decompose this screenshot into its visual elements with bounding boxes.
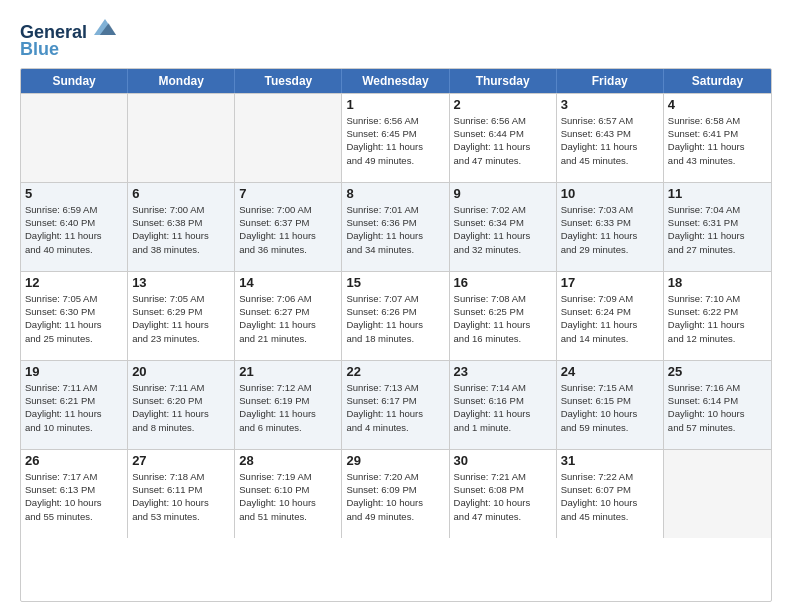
day-number: 15: [346, 275, 444, 290]
day-number: 10: [561, 186, 659, 201]
calendar-cell: 16Sunrise: 7:08 AM Sunset: 6:25 PM Dayli…: [450, 272, 557, 360]
day-info: Sunrise: 7:05 AM Sunset: 6:29 PM Dayligh…: [132, 292, 230, 345]
day-number: 24: [561, 364, 659, 379]
calendar-cell: 7Sunrise: 7:00 AM Sunset: 6:37 PM Daylig…: [235, 183, 342, 271]
weekday-header-saturday: Saturday: [664, 69, 771, 93]
day-number: 28: [239, 453, 337, 468]
day-number: 9: [454, 186, 552, 201]
day-info: Sunrise: 7:10 AM Sunset: 6:22 PM Dayligh…: [668, 292, 767, 345]
day-number: 13: [132, 275, 230, 290]
day-number: 20: [132, 364, 230, 379]
calendar-cell: 15Sunrise: 7:07 AM Sunset: 6:26 PM Dayli…: [342, 272, 449, 360]
calendar-cell: [664, 450, 771, 538]
calendar-cell: 2Sunrise: 6:56 AM Sunset: 6:44 PM Daylig…: [450, 94, 557, 182]
calendar-cell: 10Sunrise: 7:03 AM Sunset: 6:33 PM Dayli…: [557, 183, 664, 271]
calendar-cell: 21Sunrise: 7:12 AM Sunset: 6:19 PM Dayli…: [235, 361, 342, 449]
day-info: Sunrise: 7:21 AM Sunset: 6:08 PM Dayligh…: [454, 470, 552, 523]
day-info: Sunrise: 7:08 AM Sunset: 6:25 PM Dayligh…: [454, 292, 552, 345]
calendar-cell: 30Sunrise: 7:21 AM Sunset: 6:08 PM Dayli…: [450, 450, 557, 538]
day-info: Sunrise: 7:20 AM Sunset: 6:09 PM Dayligh…: [346, 470, 444, 523]
day-number: 25: [668, 364, 767, 379]
calendar-cell: 20Sunrise: 7:11 AM Sunset: 6:20 PM Dayli…: [128, 361, 235, 449]
day-info: Sunrise: 7:13 AM Sunset: 6:17 PM Dayligh…: [346, 381, 444, 434]
day-info: Sunrise: 7:11 AM Sunset: 6:20 PM Dayligh…: [132, 381, 230, 434]
calendar-cell: 8Sunrise: 7:01 AM Sunset: 6:36 PM Daylig…: [342, 183, 449, 271]
day-info: Sunrise: 7:16 AM Sunset: 6:14 PM Dayligh…: [668, 381, 767, 434]
calendar-cell: 12Sunrise: 7:05 AM Sunset: 6:30 PM Dayli…: [21, 272, 128, 360]
calendar-row-3: 12Sunrise: 7:05 AM Sunset: 6:30 PM Dayli…: [21, 271, 771, 360]
calendar-cell: 24Sunrise: 7:15 AM Sunset: 6:15 PM Dayli…: [557, 361, 664, 449]
day-info: Sunrise: 7:04 AM Sunset: 6:31 PM Dayligh…: [668, 203, 767, 256]
calendar-cell: 31Sunrise: 7:22 AM Sunset: 6:07 PM Dayli…: [557, 450, 664, 538]
calendar-cell: 22Sunrise: 7:13 AM Sunset: 6:17 PM Dayli…: [342, 361, 449, 449]
calendar-row-4: 19Sunrise: 7:11 AM Sunset: 6:21 PM Dayli…: [21, 360, 771, 449]
day-info: Sunrise: 7:00 AM Sunset: 6:37 PM Dayligh…: [239, 203, 337, 256]
day-number: 5: [25, 186, 123, 201]
day-number: 19: [25, 364, 123, 379]
logo-icon: [94, 16, 116, 38]
day-number: 16: [454, 275, 552, 290]
day-info: Sunrise: 6:56 AM Sunset: 6:45 PM Dayligh…: [346, 114, 444, 167]
day-number: 11: [668, 186, 767, 201]
day-number: 3: [561, 97, 659, 112]
calendar-cell: [128, 94, 235, 182]
calendar-cell: 19Sunrise: 7:11 AM Sunset: 6:21 PM Dayli…: [21, 361, 128, 449]
day-info: Sunrise: 6:58 AM Sunset: 6:41 PM Dayligh…: [668, 114, 767, 167]
calendar-cell: 9Sunrise: 7:02 AM Sunset: 6:34 PM Daylig…: [450, 183, 557, 271]
calendar-cell: 29Sunrise: 7:20 AM Sunset: 6:09 PM Dayli…: [342, 450, 449, 538]
calendar-cell: 26Sunrise: 7:17 AM Sunset: 6:13 PM Dayli…: [21, 450, 128, 538]
calendar-cell: [21, 94, 128, 182]
day-number: 4: [668, 97, 767, 112]
weekday-header-sunday: Sunday: [21, 69, 128, 93]
weekday-header-friday: Friday: [557, 69, 664, 93]
calendar-row-1: 1Sunrise: 6:56 AM Sunset: 6:45 PM Daylig…: [21, 93, 771, 182]
day-info: Sunrise: 7:11 AM Sunset: 6:21 PM Dayligh…: [25, 381, 123, 434]
day-info: Sunrise: 7:22 AM Sunset: 6:07 PM Dayligh…: [561, 470, 659, 523]
calendar-cell: 4Sunrise: 6:58 AM Sunset: 6:41 PM Daylig…: [664, 94, 771, 182]
day-number: 6: [132, 186, 230, 201]
day-info: Sunrise: 7:02 AM Sunset: 6:34 PM Dayligh…: [454, 203, 552, 256]
weekday-header-wednesday: Wednesday: [342, 69, 449, 93]
day-info: Sunrise: 7:19 AM Sunset: 6:10 PM Dayligh…: [239, 470, 337, 523]
calendar-cell: 25Sunrise: 7:16 AM Sunset: 6:14 PM Dayli…: [664, 361, 771, 449]
calendar-cell: 28Sunrise: 7:19 AM Sunset: 6:10 PM Dayli…: [235, 450, 342, 538]
calendar: SundayMondayTuesdayWednesdayThursdayFrid…: [20, 68, 772, 602]
calendar-cell: 6Sunrise: 7:00 AM Sunset: 6:38 PM Daylig…: [128, 183, 235, 271]
day-info: Sunrise: 6:57 AM Sunset: 6:43 PM Dayligh…: [561, 114, 659, 167]
calendar-cell: 3Sunrise: 6:57 AM Sunset: 6:43 PM Daylig…: [557, 94, 664, 182]
day-info: Sunrise: 7:15 AM Sunset: 6:15 PM Dayligh…: [561, 381, 659, 434]
day-info: Sunrise: 7:12 AM Sunset: 6:19 PM Dayligh…: [239, 381, 337, 434]
day-number: 14: [239, 275, 337, 290]
day-info: Sunrise: 7:09 AM Sunset: 6:24 PM Dayligh…: [561, 292, 659, 345]
calendar-cell: 1Sunrise: 6:56 AM Sunset: 6:45 PM Daylig…: [342, 94, 449, 182]
calendar-row-2: 5Sunrise: 6:59 AM Sunset: 6:40 PM Daylig…: [21, 182, 771, 271]
calendar-header: SundayMondayTuesdayWednesdayThursdayFrid…: [21, 69, 771, 93]
calendar-row-5: 26Sunrise: 7:17 AM Sunset: 6:13 PM Dayli…: [21, 449, 771, 538]
day-number: 30: [454, 453, 552, 468]
day-number: 18: [668, 275, 767, 290]
day-number: 2: [454, 97, 552, 112]
calendar-cell: [235, 94, 342, 182]
day-number: 17: [561, 275, 659, 290]
day-info: Sunrise: 7:18 AM Sunset: 6:11 PM Dayligh…: [132, 470, 230, 523]
calendar-cell: 23Sunrise: 7:14 AM Sunset: 6:16 PM Dayli…: [450, 361, 557, 449]
calendar-body: 1Sunrise: 6:56 AM Sunset: 6:45 PM Daylig…: [21, 93, 771, 538]
weekday-header-monday: Monday: [128, 69, 235, 93]
day-number: 12: [25, 275, 123, 290]
logo: General Blue: [20, 16, 116, 60]
day-number: 29: [346, 453, 444, 468]
day-info: Sunrise: 7:17 AM Sunset: 6:13 PM Dayligh…: [25, 470, 123, 523]
weekday-header-thursday: Thursday: [450, 69, 557, 93]
day-number: 8: [346, 186, 444, 201]
calendar-cell: 18Sunrise: 7:10 AM Sunset: 6:22 PM Dayli…: [664, 272, 771, 360]
day-number: 21: [239, 364, 337, 379]
calendar-cell: 14Sunrise: 7:06 AM Sunset: 6:27 PM Dayli…: [235, 272, 342, 360]
calendar-cell: 17Sunrise: 7:09 AM Sunset: 6:24 PM Dayli…: [557, 272, 664, 360]
day-number: 23: [454, 364, 552, 379]
day-info: Sunrise: 7:07 AM Sunset: 6:26 PM Dayligh…: [346, 292, 444, 345]
day-info: Sunrise: 7:01 AM Sunset: 6:36 PM Dayligh…: [346, 203, 444, 256]
day-info: Sunrise: 6:56 AM Sunset: 6:44 PM Dayligh…: [454, 114, 552, 167]
calendar-cell: 5Sunrise: 6:59 AM Sunset: 6:40 PM Daylig…: [21, 183, 128, 271]
day-number: 7: [239, 186, 337, 201]
header: General Blue: [20, 16, 772, 60]
